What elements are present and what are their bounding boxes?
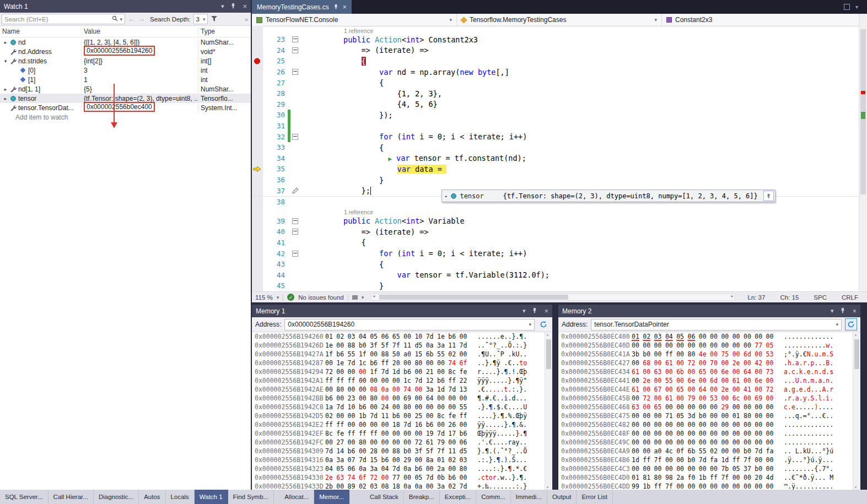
watch-item-value-cell[interactable]: 1 xyxy=(82,76,198,84)
memory-row-bytes[interactable]: 2e63746f72007700057d0bb600 xyxy=(325,474,471,481)
memory-row-bytes[interactable]: b6002300800000690064000000 xyxy=(325,394,471,402)
code-line[interactable]: 40 => (iterate) => xyxy=(252,226,859,237)
memory-row-bytes[interactable]: 0068006100720070002e004200 xyxy=(632,359,777,367)
glyph-margin[interactable] xyxy=(252,77,263,88)
close-icon[interactable]: × xyxy=(343,3,347,11)
code-text[interactable]: {1, 2, 3}, xyxy=(300,89,859,98)
code-line[interactable]: 1 reference xyxy=(252,208,859,216)
fold-collapse-icon[interactable] xyxy=(292,218,298,224)
memory-row[interactable]: 0x000002556B1942EF8cfeffffff00000000197d… xyxy=(252,429,552,438)
memory-row-bytes[interactable]: ffff00000000187d16b6002600 xyxy=(325,421,471,429)
memory-row-bytes[interactable]: 00000071053db0000001800000 xyxy=(632,412,777,420)
memory1-titlebar[interactable]: Memory 1 ▾ × xyxy=(252,305,552,317)
code-line[interactable]: 33 { xyxy=(252,142,859,153)
memory-row[interactable]: 0x000002556B1943160a3a077d15b60029008a01… xyxy=(252,456,552,464)
tool-window-tab-output[interactable]: Output xyxy=(547,490,577,504)
navbar-dropdown-class[interactable]: Tensorflow.MemoryTestingCases▾ xyxy=(457,14,662,26)
glyph-margin[interactable] xyxy=(252,34,263,45)
memory-row[interactable]: 0x000002556B1942FC0027008000000000726179… xyxy=(252,438,552,447)
tool-window-tab-allocat[interactable]: Allocat... xyxy=(279,490,314,504)
memory1-address-input[interactable]: 0x000002556B194260 ▾ xyxy=(284,319,535,330)
memory-row[interactable]: 0x000002556B0EC40D0000000000000000000000… xyxy=(558,341,860,350)
code-surface[interactable]: 1 reference23 public Action<int> Constan… xyxy=(252,26,859,291)
glyph-margin[interactable] xyxy=(252,121,263,132)
memory-row-bytes[interactable]: 991bff7f000000000000000000 xyxy=(632,483,777,490)
code-line[interactable]: 23 public Action<int> Constant2x3 xyxy=(252,34,859,45)
navbar-dropdown-project[interactable]: TensorFlowNET.Console▾ xyxy=(252,14,457,26)
code-text[interactable]: var nd = np.array(new byte[,] xyxy=(300,68,859,77)
code-line[interactable]: 26 var nd = np.array(new byte[,] xyxy=(252,67,859,78)
code-line[interactable]: 32 for (int i = 0; i < iterate; i++) xyxy=(252,131,859,142)
scroll-up-icon[interactable]: ▴ xyxy=(546,332,549,337)
watch-row[interactable]: [0]3int xyxy=(0,66,251,75)
outlining-margin[interactable] xyxy=(290,218,300,224)
glyph-margin[interactable] xyxy=(252,99,263,110)
watch-item-value-cell[interactable]: 0x000002556b194260 xyxy=(82,46,198,57)
chevron-down-icon[interactable]: ▾ xyxy=(362,295,364,300)
code-text[interactable]: var tensor = tf.Variable(3112.0f); xyxy=(300,270,859,279)
memory-row-bytes[interactable]: 8cfeffffff00000000197d17b6 xyxy=(325,430,471,437)
pin-icon[interactable] xyxy=(840,307,846,315)
tool-window-tab-excepti[interactable]: Excepti... xyxy=(440,490,476,504)
glyph-margin[interactable] xyxy=(252,197,263,208)
glyph-margin[interactable] xyxy=(252,175,263,186)
code-cleanup-icon[interactable] xyxy=(352,295,358,300)
chevron-down-icon[interactable]: ▾ xyxy=(449,17,452,23)
codelens-references[interactable]: 1 reference xyxy=(308,28,373,34)
outlining-margin[interactable] xyxy=(290,251,300,257)
glyph-margin[interactable] xyxy=(252,26,263,34)
code-text[interactable]: { xyxy=(300,238,859,247)
memory-row-bytes[interactable]: 63006500000000002900000000 xyxy=(632,403,777,411)
code-line[interactable]: 39 public Action<int> Variable xyxy=(252,216,859,227)
memory-row-bytes[interactable]: 00000000000000000000000000 xyxy=(632,438,777,446)
column-header-type[interactable]: Type xyxy=(198,28,251,35)
code-text[interactable]: public Action<int> Variable xyxy=(300,216,859,225)
glyph-margin[interactable] xyxy=(252,67,263,78)
memory-row-bytes[interactable]: 7d14b600280088b03f5f7f11d5 xyxy=(325,447,471,455)
memory-row-bytes[interactable]: 2b0089020308180a0a003a027d xyxy=(325,483,471,490)
code-line[interactable]: 25 { xyxy=(252,56,859,67)
glyph-margin[interactable] xyxy=(252,45,263,56)
code-text[interactable]: } xyxy=(300,281,859,290)
memory-row[interactable]: 0x000002556B0EC4270068006100720070002e00… xyxy=(558,359,860,367)
glyph-margin[interactable] xyxy=(252,280,263,291)
memory-row[interactable]: 0x000002556B1942A1ffffff000000001c7d12b6… xyxy=(252,376,552,385)
memory-row[interactable]: 0x000002556B1943302e63746f72007700057d0b… xyxy=(252,473,552,482)
code-text[interactable]: var data = xyxy=(300,165,859,174)
memory2-titlebar[interactable]: Memory 2 ▾ × xyxy=(558,305,860,317)
memory-row-bytes[interactable]: 00000000000000000000000000 xyxy=(632,430,777,437)
code-line[interactable]: 41 { xyxy=(252,237,859,248)
memory-row-bytes[interactable]: 0405060a3a047d0ab6002a0080 xyxy=(325,465,471,473)
search-depth-select[interactable]: 3 ▾ xyxy=(193,14,208,24)
column-header-value[interactable]: Value xyxy=(82,28,198,35)
memory-row[interactable]: 0x000002556B0EC49C0000000000000000000000… xyxy=(558,438,860,447)
tool-window-tab-autos[interactable]: Autos xyxy=(139,490,165,504)
code-text[interactable]: => (iterate) => xyxy=(300,46,859,55)
datatip-tooltip[interactable]: ▸ tensor {tf.Tensor: shape=(2, 3), dtype… xyxy=(441,189,776,202)
tool-window-tab-memor[interactable]: Memor... xyxy=(314,490,349,504)
watch-titlebar[interactable]: Watch 1 ▾ × xyxy=(0,0,251,13)
memory-row-bytes[interactable]: 00270080000000007261790006 xyxy=(325,438,471,446)
tool-window-tab-breakp[interactable]: Breakp... xyxy=(404,490,440,504)
fold-collapse-icon[interactable] xyxy=(292,47,298,53)
code-line[interactable]: 35 var data = xyxy=(252,164,859,175)
breakpoint-glyph-margin[interactable] xyxy=(252,56,263,67)
tool-window-tab-immedi[interactable]: Immedi... xyxy=(511,490,547,504)
code-text[interactable]: for (int i = 0; i < iterate; i++) xyxy=(300,132,859,141)
tool-window-tab-diagnostic[interactable]: Diagnostic... xyxy=(94,490,139,504)
fold-collapse-icon[interactable] xyxy=(292,134,298,140)
memory-row-bytes[interactable]: 0102030405066500107d1eb600 xyxy=(325,333,471,340)
scrollbar-thumb[interactable] xyxy=(546,339,551,369)
chevron-down-icon[interactable]: ▾ xyxy=(654,17,657,23)
glyph-margin[interactable] xyxy=(252,248,263,259)
memory-row[interactable]: 0x000002556B19427A1fb6551f008850a0156b55… xyxy=(252,350,552,359)
fold-collapse-icon[interactable] xyxy=(292,251,298,257)
tool-window-tab-sql-server[interactable]: SQL Server... xyxy=(0,490,49,504)
refresh-icon[interactable] xyxy=(538,319,549,330)
filter-icon[interactable] xyxy=(211,14,218,24)
glyph-margin[interactable] xyxy=(252,259,263,270)
glyph-margin[interactable] xyxy=(252,208,263,216)
glyph-margin[interactable] xyxy=(252,269,263,280)
search-input[interactable]: Search (Ctrl+E) ▾ xyxy=(2,14,125,24)
code-text[interactable]: 1 reference xyxy=(300,26,859,35)
